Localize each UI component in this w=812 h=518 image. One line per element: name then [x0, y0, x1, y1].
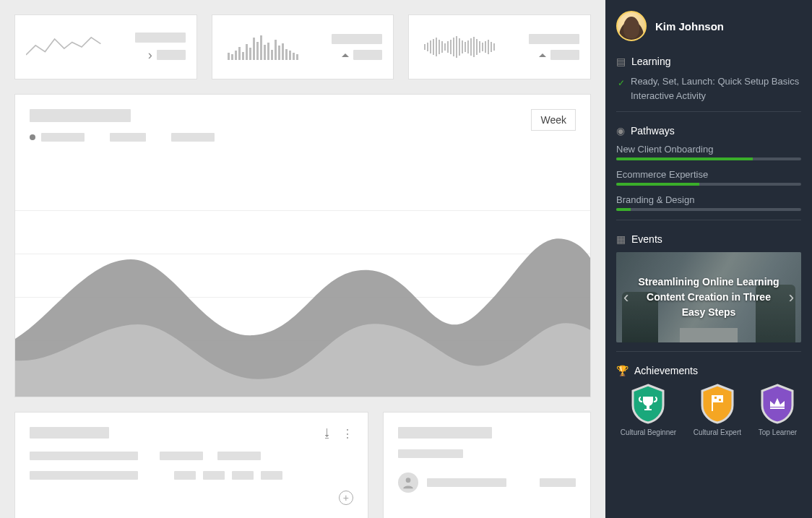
- legend-label-placeholder: [41, 133, 85, 142]
- right-sidebar: Kim Johnson ▤ Learning ✓ Ready, Set, Lau…: [605, 0, 812, 518]
- bottom-card-right: [383, 412, 591, 518]
- divider: [616, 111, 801, 112]
- divider: [616, 220, 801, 220]
- stat-sub-placeholder: [157, 50, 186, 60]
- learning-section: ▤ Learning ✓ Ready, Set, Launch: Quick S…: [616, 56, 801, 112]
- pathway-item[interactable]: Branding & Design: [616, 194, 801, 211]
- sparkline-line-icon: [26, 29, 105, 65]
- svg-rect-3: [712, 395, 713, 411]
- caret-up-icon: [539, 53, 546, 57]
- pathway-label: New Client Onboarding: [616, 144, 801, 155]
- stat-sub-placeholder: [353, 50, 382, 60]
- caret-up-icon: [342, 53, 349, 57]
- event-card[interactable]: ‹ Streamlining Online Learning Content C…: [616, 252, 801, 342]
- stat-value-placeholder: [332, 34, 382, 44]
- section-title: Achievements: [634, 365, 698, 376]
- stat-card-3[interactable]: [408, 14, 591, 79]
- stat-sub-placeholder: [550, 50, 579, 60]
- sparkline-wave-icon: [420, 29, 499, 65]
- compass-icon: ◉: [616, 125, 625, 137]
- sparkline-bars-icon: [223, 29, 303, 65]
- card-title-placeholder: [30, 427, 109, 439]
- pathways-section: ◉ Pathways New Client Onboarding Ecommer…: [616, 125, 801, 220]
- pathway-item[interactable]: New Client Onboarding: [616, 144, 801, 160]
- trophy-icon: 🏆: [616, 365, 629, 376]
- svg-point-0: [405, 478, 410, 483]
- divider: [616, 351, 801, 352]
- svg-rect-6: [770, 407, 785, 409]
- pathway-label: Branding & Design: [616, 194, 801, 205]
- add-icon[interactable]: +: [339, 491, 353, 505]
- user-name: Kim Johnson: [655, 20, 724, 33]
- progress-bar: [616, 208, 631, 211]
- achievement-badge[interactable]: Cultural Beginner: [621, 384, 676, 436]
- stat-cards-row: [14, 14, 591, 79]
- text-placeholder: [232, 471, 254, 480]
- achievement-label: Cultural Beginner: [621, 428, 676, 436]
- svg-rect-5: [719, 399, 721, 401]
- pathway-label: Ecommerce Expertise: [616, 169, 801, 180]
- clipboard-icon: ▤: [616, 56, 626, 67]
- text-placeholder: [398, 449, 463, 458]
- main-chart-card: Week: [14, 94, 591, 397]
- user-avatar[interactable]: [616, 11, 647, 41]
- achievement-label: Cultural Expert: [694, 428, 741, 436]
- more-icon[interactable]: ⋮: [342, 427, 353, 441]
- legend-dot-icon: [30, 134, 35, 140]
- pathway-item[interactable]: Ecommerce Expertise: [616, 169, 801, 186]
- badge-trophy-icon: [630, 384, 666, 424]
- text-placeholder: [30, 452, 138, 460]
- download-icon[interactable]: ⭳: [321, 427, 333, 441]
- chevron-right-icon: [148, 48, 152, 62]
- event-title: Streamlining Online Learning Content Cre…: [616, 275, 801, 320]
- chart-title-placeholder: [30, 109, 131, 122]
- text-placeholder: [427, 478, 506, 487]
- achievements-section: 🏆 Achievements Cultural Beginner Cultura…: [616, 365, 801, 436]
- svg-rect-2: [644, 409, 652, 410]
- stat-card-1[interactable]: [14, 14, 197, 79]
- user-profile-row[interactable]: Kim Johnson: [616, 11, 801, 41]
- learning-item[interactable]: ✓ Ready, Set, Launch: Quick Setup Basics…: [616, 74, 801, 103]
- text-placeholder: [217, 452, 261, 460]
- event-next-icon[interactable]: ›: [785, 285, 798, 311]
- area-chart-icon: [15, 209, 591, 397]
- badge-flag-icon: [699, 384, 735, 424]
- achievement-badge[interactable]: Cultural Expert: [694, 384, 741, 436]
- section-title: Events: [631, 233, 662, 245]
- svg-rect-1: [647, 405, 649, 409]
- section-title: Learning: [631, 56, 671, 67]
- stat-card-2[interactable]: [212, 14, 394, 79]
- learning-item-label: Ready, Set, Launch: Quick Setup Basics I…: [631, 74, 801, 103]
- legend-label-placeholder: [171, 133, 215, 142]
- stat-value-placeholder: [135, 33, 186, 43]
- main-content: Week ⭳ ⋮: [0, 0, 605, 518]
- text-placeholder: [540, 478, 576, 487]
- progress-bar: [616, 183, 699, 186]
- bottom-cards-row: ⭳ ⋮: [14, 412, 591, 518]
- legend-label-placeholder: [110, 133, 146, 142]
- text-placeholder: [30, 471, 138, 480]
- text-placeholder: [160, 452, 203, 460]
- text-placeholder: [203, 471, 225, 480]
- user-avatar-icon[interactable]: [398, 472, 418, 493]
- section-title: Pathways: [631, 125, 675, 137]
- range-selector-button[interactable]: Week: [531, 109, 576, 131]
- calendar-icon: ▦: [616, 233, 626, 245]
- svg-rect-4: [714, 397, 717, 399]
- events-section: ▦ Events ‹ Streamlining Online Learning …: [616, 233, 801, 352]
- badge-crown-icon: [759, 384, 795, 424]
- achievement-badge[interactable]: Top Learner: [759, 384, 797, 436]
- achievement-label: Top Learner: [759, 428, 797, 436]
- chart-legend: [30, 133, 215, 142]
- bottom-card-left: ⭳ ⋮: [14, 412, 368, 518]
- progress-bar: [616, 157, 753, 160]
- stat-value-placeholder: [529, 34, 579, 44]
- text-placeholder: [261, 471, 282, 480]
- check-icon: ✓: [618, 77, 625, 90]
- card-title-placeholder: [398, 427, 492, 439]
- text-placeholder: [174, 471, 196, 480]
